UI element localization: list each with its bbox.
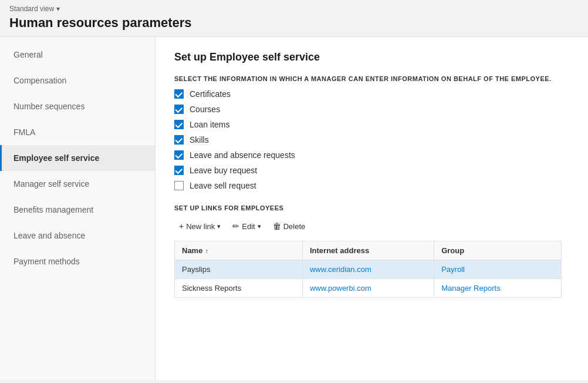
sidebar-item-employee-self-service[interactable]: Employee self service	[0, 145, 155, 171]
edit-label: Edit	[242, 222, 255, 231]
edit-button[interactable]: ✏ Edit ▾	[228, 219, 265, 234]
checkbox-label-certificates: Certificates	[190, 89, 231, 99]
checkbox-certificates[interactable]	[174, 89, 184, 99]
column-header-name[interactable]: Name↑	[175, 241, 303, 260]
delete-button[interactable]: 🗑 Delete	[268, 219, 310, 234]
table-row[interactable]: Sickness Reportswww.powerbi.comManager R…	[175, 279, 562, 298]
toolbar: + New link ▾ ✏ Edit ▾ 🗑 Delete	[174, 219, 569, 234]
edit-icon: ✏	[232, 221, 239, 231]
checkbox-label-loan-items: Loan items	[190, 120, 229, 129]
cell-group[interactable]: Manager Reports	[434, 279, 562, 298]
page-header: Standard view ▾ Human resources paramete…	[0, 0, 588, 37]
sidebar-item-manager-self-service[interactable]: Manager self service	[0, 171, 155, 197]
sidebar-item-leave-and-absence[interactable]: Leave and absence	[0, 223, 155, 248]
table-header-row: Name↑Internet addressGroup	[175, 241, 562, 260]
cell-internet-address[interactable]: www.powerbi.com	[302, 279, 434, 298]
plus-icon: +	[179, 221, 184, 231]
sidebar-item-compensation[interactable]: Compensation	[0, 68, 155, 93]
edit-chevron-icon: ▾	[258, 223, 261, 230]
content-area: Set up Employee self service SELECT THE …	[156, 37, 588, 380]
cell-group[interactable]: Payroll	[434, 260, 562, 279]
cell-internet-address[interactable]: www.ceridian.com	[302, 260, 434, 279]
checkbox-item-courses: Courses	[174, 105, 569, 114]
column-header-internet-address[interactable]: Internet address	[302, 241, 434, 260]
checkbox-label-leave-absence-requests: Leave and absence requests	[190, 150, 295, 160]
checkbox-item-leave-absence-requests: Leave and absence requests	[174, 150, 569, 160]
checkbox-leave-buy-request[interactable]	[174, 166, 184, 175]
standard-view-label: Standard view	[9, 5, 54, 13]
cell-name: Payslips	[175, 260, 303, 279]
checkbox-list: CertificatesCoursesLoan itemsSkillsLeave…	[174, 89, 569, 190]
checkbox-item-loan-items: Loan items	[174, 120, 569, 129]
links-section-title: SET UP LINKS FOR EMPLOYEES	[174, 204, 569, 211]
new-link-button[interactable]: + New link ▾	[174, 219, 225, 234]
standard-view-selector[interactable]: Standard view ▾	[9, 5, 579, 13]
sidebar-item-general[interactable]: General	[0, 42, 155, 68]
delete-label: Delete	[283, 222, 306, 231]
column-header-group[interactable]: Group	[434, 241, 562, 260]
checkbox-item-leave-buy-request: Leave buy request	[174, 166, 569, 175]
checkbox-loan-items[interactable]	[174, 120, 184, 129]
sidebar-item-fmla[interactable]: FMLA	[0, 119, 155, 145]
new-link-chevron-icon: ▾	[217, 223, 221, 230]
sidebar: GeneralCompensationNumber sequencesFMLAE…	[0, 37, 156, 380]
checkbox-item-certificates: Certificates	[174, 89, 569, 99]
cell-name: Sickness Reports	[175, 279, 303, 298]
checkbox-leave-sell-request[interactable]	[174, 181, 184, 190]
checkbox-label-skills: Skills	[190, 135, 209, 145]
page-title: Human resources parameters	[9, 15, 579, 31]
checkbox-item-skills: Skills	[174, 135, 569, 145]
sidebar-item-payment-methods[interactable]: Payment methods	[0, 248, 155, 274]
chevron-down-icon: ▾	[56, 5, 60, 13]
sort-icon-name: ↑	[205, 247, 208, 254]
table-body: Payslipswww.ceridian.comPayrollSickness …	[175, 260, 562, 298]
section-title: Set up Employee self service	[174, 51, 569, 63]
main-layout: GeneralCompensationNumber sequencesFMLAE…	[0, 37, 588, 380]
instruction-text: SELECT THE INFORMATION IN WHICH A MANAGE…	[174, 75, 569, 82]
sidebar-item-number-sequences[interactable]: Number sequences	[0, 93, 155, 119]
checkbox-item-leave-sell-request: Leave sell request	[174, 181, 569, 190]
checkbox-label-courses: Courses	[190, 105, 220, 114]
checkbox-leave-absence-requests[interactable]	[174, 150, 184, 160]
new-link-label: New link	[186, 222, 215, 231]
delete-icon: 🗑	[273, 221, 281, 231]
sidebar-item-benefits-management[interactable]: Benefits management	[0, 197, 155, 223]
checkbox-label-leave-sell-request: Leave sell request	[190, 181, 256, 190]
table-header: Name↑Internet addressGroup	[175, 241, 562, 260]
checkbox-courses[interactable]	[174, 105, 184, 114]
links-table: Name↑Internet addressGroup Payslipswww.c…	[174, 241, 562, 298]
checkbox-skills[interactable]	[174, 135, 184, 145]
checkbox-label-leave-buy-request: Leave buy request	[190, 166, 257, 175]
table-row[interactable]: Payslipswww.ceridian.comPayroll	[175, 260, 562, 279]
